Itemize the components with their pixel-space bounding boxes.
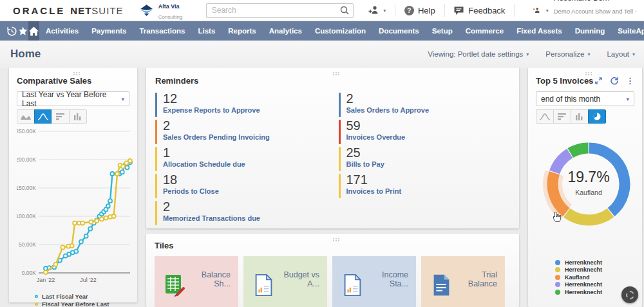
layout-menu[interactable]: Layout▾ [607, 50, 635, 58]
reminder-item[interactable]: 2Sales Orders Pending Invoicing [155, 118, 327, 145]
netsuite-dashboard: ORACLE NETSUITE Alta Via Consulting ▾ [0, 0, 644, 307]
horizontal-bar-chart-icon [557, 113, 567, 120]
nav-item-documents[interactable]: Documents [372, 21, 426, 41]
personalize-menu[interactable]: Personalize▾ [545, 50, 590, 58]
reminder-label[interactable]: Expense Reports to Approve [163, 106, 260, 114]
divider [395, 4, 395, 17]
reminder-item[interactable]: 2Sales Orders to Approve [339, 91, 511, 118]
top5-donut-wrap: 19.7% Kaufland [532, 133, 644, 242]
reminder-item[interactable]: 2Memorized Transactions due [155, 200, 327, 227]
reminder-color-bar [155, 147, 157, 171]
document-icon [429, 272, 453, 298]
svg-text:Jan '22: Jan '22 [37, 277, 55, 283]
reminder-label[interactable]: Sales Orders to Approve [346, 106, 430, 114]
top5-period-select[interactable]: end of this month ▾ [536, 91, 634, 106]
column-chart-button[interactable] [571, 109, 589, 124]
oracle-netsuite-logo[interactable]: ORACLE NETSUITE [13, 5, 124, 16]
legend-item: Fiscal Year Before Last [35, 300, 129, 307]
search-icon[interactable] [339, 5, 350, 15]
reminder-item[interactable]: 12Expense Reports to Approve [155, 91, 327, 118]
tile-label: Budget vs A... [276, 270, 319, 288]
pie-chart-button[interactable] [588, 109, 606, 124]
refresh-icon[interactable] [610, 77, 619, 86]
reminder-item[interactable]: 171Invoices to Print [339, 172, 511, 200]
expand-icon[interactable] [594, 77, 603, 85]
legend-item[interactable]: Herrenknecht [555, 266, 634, 274]
line-chart-button[interactable] [536, 109, 554, 124]
nav-item-activities[interactable]: Activities [39, 21, 85, 41]
reminder-label[interactable]: Allocation Schedule due [163, 160, 245, 168]
portlet-menu-icon[interactable]: ⋮ [626, 77, 634, 85]
nav-item-suiteapps[interactable]: SuiteApps [611, 21, 644, 41]
reminder-item[interactable]: 59Invoices Overdue [339, 118, 511, 145]
home-icon [28, 26, 39, 37]
report-doc-icon [340, 272, 365, 298]
legend-item[interactable]: Kaufland [555, 274, 634, 281]
horizontal-bar-chart-button[interactable] [553, 109, 571, 124]
legend-item[interactable]: Herrenknecht [555, 259, 634, 266]
screen-record-overlay-button[interactable] [621, 286, 638, 303]
reminder-label[interactable]: Bills to Pay [346, 160, 384, 168]
drag-handle[interactable] [73, 72, 75, 73]
reminder-item[interactable]: 25Bills to Pay [339, 145, 511, 172]
reminder-color-bar [155, 174, 157, 198]
svg-text:200.00K: 200.00K [17, 156, 36, 163]
reminder-item[interactable]: 18Periods to Close [155, 172, 327, 200]
reminder-color-bar [155, 120, 157, 144]
reminder-item[interactable]: 1Allocation Schedule due [155, 145, 327, 172]
feedback-button[interactable]: Feedback [453, 6, 505, 15]
reminder-label[interactable]: Sales Orders Pending Invoicing [163, 133, 270, 141]
column-chart-button[interactable] [69, 109, 87, 124]
drag-handle[interactable] [585, 72, 587, 73]
shortcuts-button[interactable] [17, 21, 28, 41]
nav-item-lists[interactable]: Lists [191, 21, 222, 41]
top5-donut-chart[interactable] [532, 133, 644, 242]
drag-handle[interactable] [333, 72, 334, 73]
series-marker [555, 275, 560, 280]
nav-item-transactions[interactable]: Transactions [133, 21, 191, 41]
area-chart-icon [20, 113, 32, 120]
nav-item-commerce[interactable]: Commerce [459, 21, 510, 41]
reminder-count: 2 [346, 91, 430, 106]
nav-item-setup[interactable]: Setup [426, 21, 459, 41]
alta-via-diamond-icon [138, 3, 155, 18]
user-name: Rosemarie Born [554, 0, 610, 3]
chart-type-buttons [536, 109, 634, 124]
create-new-menu[interactable]: ▾ [368, 5, 386, 15]
nav-item-customization[interactable]: Customization [308, 21, 372, 41]
tile-trial-balance[interactable]: Trial Balance [421, 256, 505, 307]
tile-income-statement[interactable]: Income Sta... [332, 256, 416, 307]
legend-item[interactable]: Herrenknecht [555, 281, 634, 289]
record-icon [626, 291, 634, 299]
home-tab[interactable] [28, 21, 39, 41]
reminder-label[interactable]: Invoices to Print [346, 187, 402, 195]
comparative-sales-period-select[interactable]: Last Year vs Year Before Last ▾ [17, 91, 129, 106]
line-chart-button[interactable] [34, 109, 52, 124]
tile-balance-sheet[interactable]: Balance Sh... [155, 256, 238, 307]
reminder-color-bar [339, 147, 341, 171]
recent-records-button[interactable] [6, 21, 17, 41]
series-marker [555, 267, 560, 272]
reminder-count: 2 [163, 118, 270, 133]
page-header: Home Viewing: Portlet date settings▾ Per… [0, 41, 644, 68]
nav-item-payments[interactable]: Payments [85, 21, 133, 41]
horizontal-bar-chart-button[interactable] [52, 109, 70, 124]
area-chart-button[interactable] [17, 109, 35, 124]
nav-item-reports[interactable]: Reports [222, 21, 262, 41]
tile-budget-vs-actual[interactable]: Budget vs A... [243, 256, 327, 307]
search-input[interactable] [206, 3, 354, 18]
drag-handle[interactable] [333, 238, 334, 239]
netsuite-wordmark: NETSUITE [70, 5, 123, 16]
reminder-label[interactable]: Memorized Transactions due [163, 214, 260, 222]
help-button[interactable]: ? Help [404, 6, 435, 15]
viewing-portlet-date-settings-menu[interactable]: Viewing: Portlet date settings▾ [428, 50, 529, 58]
reminder-label[interactable]: Periods to Close [163, 187, 219, 195]
comparative-sales-chart[interactable]: 0.00K50.00K100.00K150.00K200.00K250.00KJ… [17, 129, 134, 288]
nav-item-dunning[interactable]: Dunning [569, 21, 612, 41]
portlet-title: Top 5 Invoices [536, 76, 593, 86]
reminder-label[interactable]: Invoices Overdue [346, 133, 406, 141]
top-bar: ORACLE NETSUITE Alta Via Consulting ▾ [0, 0, 644, 21]
nav-item-analytics[interactable]: Analytics [263, 21, 308, 41]
oracle-wordmark: ORACLE [13, 5, 65, 16]
nav-item-fixed-assets[interactable]: Fixed Assets [510, 21, 569, 41]
